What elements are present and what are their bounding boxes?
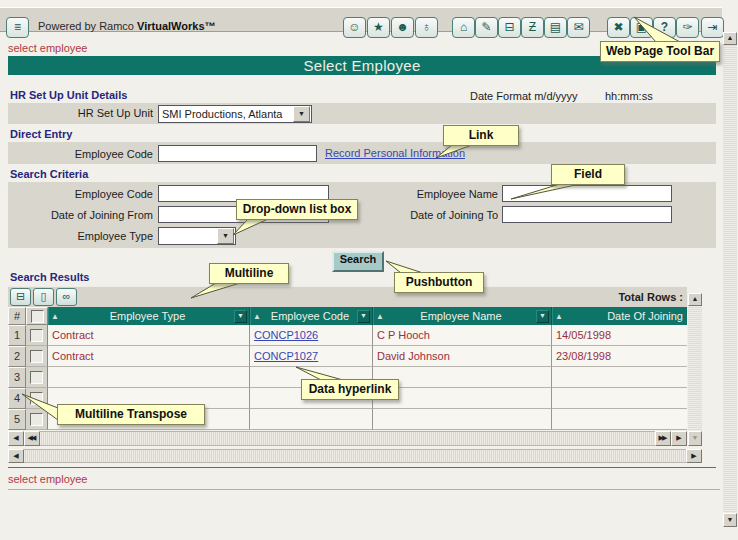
row-select-cell[interactable] [26, 409, 48, 430]
cell-employee-type: Contract [48, 346, 250, 367]
page-scroll-up-button[interactable]: ▲ [723, 32, 737, 45]
date-of-joining-to-input[interactable] [502, 206, 672, 223]
row-checkbox[interactable] [30, 371, 43, 384]
column-header-employee-name[interactable]: ▲ Employee Name ▼ [373, 307, 552, 325]
multiline-toolbar: ⊟ ▯ ∞ Total Rows : [8, 286, 687, 308]
filter-icon[interactable]: ▼ [357, 310, 370, 323]
page-scroll-down-button[interactable]: ▼ [723, 513, 737, 527]
hr-setup-unit-label: HR Set Up Unit [8, 107, 153, 119]
filter-icon[interactable]: ▼ [536, 310, 549, 323]
date-of-joining-to-label: Date of Joining To [353, 209, 498, 221]
row-checkbox[interactable] [30, 392, 43, 405]
grid-vertical-scrollbar-track[interactable] [688, 306, 702, 431]
cell-date-of-joining: 23/08/1998 [552, 346, 687, 367]
print-icon[interactable]: ⊟ [498, 17, 521, 38]
row-select-cell[interactable] [26, 346, 48, 367]
row-number: 3 [8, 367, 26, 388]
help-icon[interactable]: ? [653, 17, 676, 38]
grid-scroll-down-button[interactable]: ▼ [688, 431, 702, 446]
cell-date-of-joining [552, 388, 687, 409]
employee-name-label: Employee Name [353, 188, 498, 200]
grid-scroll-left-button[interactable]: ◀ [8, 431, 24, 446]
menu-icon[interactable]: ≡ [6, 17, 29, 38]
cell-employee-code [250, 409, 373, 430]
home-icon[interactable]: ⌂ [452, 17, 475, 38]
row-number: 2 [8, 346, 26, 367]
page-scroll-left-button[interactable]: ◀ [8, 449, 24, 463]
close-icon[interactable]: ✖ [607, 17, 630, 38]
grid-page-right-button[interactable]: ▶▶ [655, 431, 671, 446]
sort-asc-icon[interactable]: ▲ [251, 312, 263, 321]
column-header-date-of-joining[interactable]: ▲ Date Of Joining [552, 307, 687, 325]
search-button[interactable]: Search [332, 251, 384, 272]
page-vertical-scrollbar-track[interactable] [723, 45, 737, 513]
document-icon[interactable]: ▤ [544, 17, 567, 38]
edit-icon[interactable]: ✎ [475, 17, 498, 38]
row-number: 4 [8, 388, 26, 409]
grid-print-icon[interactable]: ⊟ [10, 288, 31, 306]
notes-icon[interactable]: ✑ [676, 17, 699, 38]
filter-icon[interactable]: ▼ [234, 310, 247, 323]
workflow-icon[interactable]: Ƶ [521, 17, 544, 38]
row-checkbox[interactable] [30, 350, 43, 363]
search-criteria-band: Employee Code Employee Name Date of Join… [8, 182, 716, 248]
divider [8, 467, 716, 468]
time-format: hh:mm:ss [605, 90, 653, 102]
callout-data-hyperlink: Data hyperlink [301, 379, 399, 400]
select-all-checkbox[interactable] [31, 310, 44, 323]
mail-icon[interactable]: ✉ [567, 17, 590, 38]
page-horizontal-scrollbar-track[interactable] [24, 449, 686, 463]
cell-date-of-joining: 14/05/1998 [552, 325, 687, 346]
page-scroll-right-button[interactable]: ▶ [686, 449, 702, 463]
user-query-icon[interactable]: ☻ [391, 17, 414, 38]
chevron-down-icon[interactable]: ▼ [217, 228, 234, 244]
user-icon[interactable]: ☺ [343, 17, 366, 38]
favorites-star-icon[interactable]: ★ [367, 17, 390, 38]
employee-code-input[interactable] [158, 145, 317, 162]
web-globe-icon[interactable]: ♁ [415, 17, 438, 38]
grid-scroll-up-button[interactable]: ▲ [688, 293, 702, 306]
employee-code-data-hyperlink[interactable]: CONCP1026 [254, 329, 318, 341]
clipboard-icon[interactable]: ▣ [630, 17, 653, 38]
date-format: Date Format m/d/yyyy [470, 90, 578, 102]
row-number: 5 [8, 409, 26, 430]
row-number-header: # [8, 307, 26, 325]
cell-employee-type: Contract [48, 325, 250, 346]
employee-code-data-hyperlink[interactable]: CONCP1027 [254, 350, 318, 362]
cell-date-of-joining [552, 409, 687, 430]
cell-employee-name [373, 367, 552, 388]
direct-entry-band: Employee Code Record Personal Informatio… [8, 142, 716, 164]
grid-horizontal-scrollbar-track[interactable] [40, 431, 655, 446]
search-employee-code-label: Employee Code [8, 188, 153, 200]
section-title-search-criteria: Search Criteria [10, 168, 88, 180]
select-all-header[interactable] [26, 307, 48, 325]
grid-find-icon[interactable]: ∞ [56, 288, 77, 306]
page-horizontal-scrollbar: ◀ ▶ [8, 449, 702, 463]
row-checkbox[interactable] [30, 329, 43, 342]
column-header-employee-type[interactable]: ▲ Employee Type ▼ [48, 307, 250, 325]
callout-field: Field [551, 164, 625, 185]
row-select-cell[interactable] [26, 325, 48, 346]
cell-employee-type [48, 367, 250, 388]
column-header-employee-code[interactable]: ▲ Employee Code ▼ [250, 307, 373, 325]
hr-setup-band: HR Set Up Unit SMI Productions, Atlanta … [8, 103, 716, 124]
row-select-cell[interactable] [26, 388, 48, 409]
chevron-down-icon[interactable]: ▼ [293, 106, 310, 122]
exit-icon[interactable]: ⇥ [701, 17, 724, 38]
employee-type-dropdown[interactable]: ▼ [158, 227, 236, 245]
grid-page-left-button[interactable]: ◀◀ [24, 431, 40, 446]
sort-asc-icon[interactable]: ▲ [553, 312, 565, 321]
table-row: 2 Contract CONCP1027 David Johnson 23/08… [8, 346, 687, 367]
sort-asc-icon[interactable]: ▲ [49, 312, 61, 321]
grid-horizontal-scrollbar: ◀ ◀◀ ▶▶ ▶ [8, 431, 687, 446]
status-text: select employee [8, 473, 88, 485]
employee-name-input[interactable] [502, 185, 672, 202]
grid-scroll-right-button[interactable]: ▶ [671, 431, 687, 446]
row-select-cell[interactable] [26, 367, 48, 388]
grid-export-icon[interactable]: ▯ [33, 288, 54, 306]
row-checkbox[interactable] [30, 413, 43, 426]
sort-asc-icon[interactable]: ▲ [374, 312, 386, 321]
breadcrumb: select employee [8, 42, 88, 54]
record-personal-information-link[interactable]: Record Personal Information [325, 147, 465, 159]
hr-setup-unit-dropdown[interactable]: SMI Productions, Atlanta ▼ [158, 105, 312, 123]
